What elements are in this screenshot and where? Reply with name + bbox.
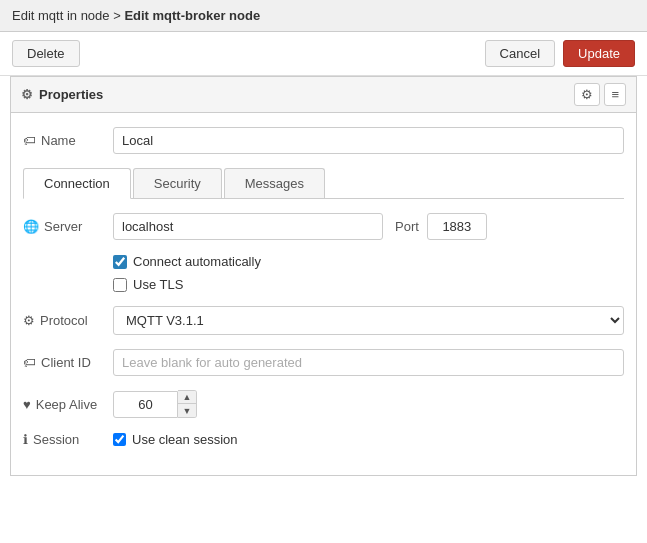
keepalive-spinner: ▲ ▼: [113, 390, 197, 418]
client-id-input[interactable]: [113, 349, 624, 376]
page-title: Edit mqtt-broker node: [124, 8, 260, 23]
gear-icon: [21, 87, 33, 102]
keepalive-input[interactable]: [113, 391, 178, 418]
use-tls-row: Use TLS: [113, 277, 624, 292]
spinner-down-button[interactable]: ▼: [178, 404, 196, 417]
clean-session-label: Use clean session: [132, 432, 238, 447]
connect-auto-label: Connect automatically: [133, 254, 261, 269]
info-icon: ℹ: [23, 432, 28, 447]
spinner-buttons: ▲ ▼: [178, 390, 197, 418]
connect-auto-row: Connect automatically: [113, 254, 624, 269]
keepalive-row: ♥ Keep Alive ▲ ▼: [23, 390, 624, 418]
cancel-button[interactable]: Cancel: [485, 40, 555, 67]
toolbar-right: Cancel Update: [485, 40, 635, 67]
update-button[interactable]: Update: [563, 40, 635, 67]
panel-body: 🏷 Name Connection Security Messages 🌐 Se…: [11, 113, 636, 475]
protocol-select[interactable]: MQTT V3.1.1 MQTT V3.1 MQTT V5: [113, 306, 624, 335]
toolbar-left: Delete: [12, 40, 80, 67]
server-label: 🌐 Server: [23, 219, 113, 234]
heart-icon: ♥: [23, 397, 31, 412]
panel-header: Properties ⚙ ≡: [11, 77, 636, 113]
tag-icon: 🏷: [23, 133, 36, 148]
spinner-up-button[interactable]: ▲: [178, 391, 196, 404]
settings-icon-button[interactable]: ⚙: [574, 83, 600, 106]
name-row: 🏷 Name: [23, 127, 624, 154]
use-tls-label: Use TLS: [133, 277, 183, 292]
delete-button[interactable]: Delete: [12, 40, 80, 67]
panel-header-right: ⚙ ≡: [574, 83, 626, 106]
client-id-label: 🏷 Client ID: [23, 355, 113, 370]
gear-small-icon: ⚙: [23, 313, 35, 328]
port-input[interactable]: [427, 213, 487, 240]
use-tls-checkbox[interactable]: [113, 278, 127, 292]
tab-connection[interactable]: Connection: [23, 168, 131, 199]
port-label: Port: [395, 219, 419, 234]
title-prefix: Edit mqtt in node >: [12, 8, 124, 23]
globe-icon: 🌐: [23, 219, 39, 234]
server-input[interactable]: [113, 213, 383, 240]
panel-title: Properties: [39, 87, 103, 102]
keepalive-label: ♥ Keep Alive: [23, 397, 113, 412]
document-icon-button[interactable]: ≡: [604, 83, 626, 106]
name-input[interactable]: [113, 127, 624, 154]
session-label: ℹ Session: [23, 432, 113, 447]
panel-header-left: Properties: [21, 87, 103, 102]
server-row: 🌐 Server Port: [23, 213, 624, 240]
clean-session-checkbox[interactable]: [113, 433, 126, 446]
tab-messages[interactable]: Messages: [224, 168, 325, 198]
tabs: Connection Security Messages: [23, 168, 624, 199]
document-icon: ≡: [611, 87, 619, 102]
properties-panel: Properties ⚙ ≡ 🏷 Name Connection Securit…: [10, 76, 637, 476]
protocol-row: ⚙ Protocol MQTT V3.1.1 MQTT V3.1 MQTT V5: [23, 306, 624, 335]
client-id-row: 🏷 Client ID: [23, 349, 624, 376]
tab-security[interactable]: Security: [133, 168, 222, 198]
session-clean-container: Use clean session: [113, 432, 238, 447]
settings-icon: ⚙: [581, 87, 593, 102]
session-row: ℹ Session Use clean session: [23, 432, 624, 447]
toolbar: Delete Cancel Update: [0, 32, 647, 76]
protocol-label: ⚙ Protocol: [23, 313, 113, 328]
id-icon: 🏷: [23, 355, 36, 370]
connect-auto-checkbox[interactable]: [113, 255, 127, 269]
title-bar: Edit mqtt in node > Edit mqtt-broker nod…: [0, 0, 647, 32]
name-label: 🏷 Name: [23, 133, 113, 148]
